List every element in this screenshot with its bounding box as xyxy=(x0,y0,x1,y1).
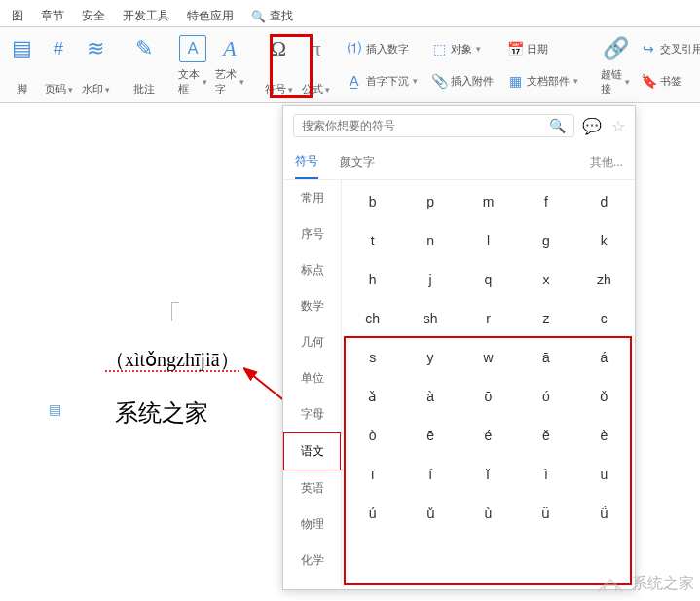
category-list: 常用序号标点数学几何单位字母语文英语物理化学 xyxy=(283,180,342,589)
symbol-cell[interactable]: á xyxy=(575,338,633,377)
chat-icon[interactable]: 💬 xyxy=(582,117,602,135)
symbol-cell[interactable]: ò xyxy=(344,416,401,455)
symbol-cell[interactable]: w xyxy=(460,338,517,377)
symbol-cell[interactable]: ǒ xyxy=(575,377,633,416)
symbol-cell[interactable]: è xyxy=(575,416,633,455)
dropcap-icon: A̲ xyxy=(347,73,362,89)
object-button[interactable]: ⬚对象▾ xyxy=(428,40,497,57)
popup-tab-symbol[interactable]: 符号 xyxy=(295,145,318,179)
symbol-cell[interactable]: k xyxy=(575,221,633,260)
symbol-cell[interactable]: é xyxy=(460,416,517,455)
star-icon[interactable]: ☆ xyxy=(611,117,625,135)
symbol-cell[interactable]: q xyxy=(460,260,517,299)
category-item[interactable]: 标点 xyxy=(283,252,341,288)
symbol-cell[interactable]: ch xyxy=(344,299,401,338)
bookmark-button[interactable]: 🔖书签 xyxy=(638,72,700,90)
page-thumb-icon[interactable]: ▤ xyxy=(49,401,61,417)
symbol-cell[interactable]: x xyxy=(517,260,574,299)
symbol-cell[interactable]: ó xyxy=(517,377,574,416)
popup-tab-other[interactable]: 其他... xyxy=(590,146,623,178)
tab-devtools[interactable]: 开发工具 xyxy=(123,8,169,24)
symbol-cell[interactable]: y xyxy=(401,338,459,377)
symbol-cell[interactable]: d xyxy=(575,182,633,221)
symbol-cell[interactable]: h xyxy=(344,260,401,299)
chevron-down-icon: ▾ xyxy=(105,85,110,94)
attachment-button[interactable]: 📎插入附件 xyxy=(428,72,497,90)
category-item[interactable]: 语文 xyxy=(283,432,341,470)
category-item[interactable]: 字母 xyxy=(283,396,341,432)
wordart-button[interactable]: A 艺术字▾ xyxy=(211,31,248,98)
category-item[interactable]: 英语 xyxy=(283,470,341,507)
symbol-cell[interactable]: g xyxy=(517,221,574,260)
ruler-marker xyxy=(171,302,179,321)
chevron-down-icon: ▾ xyxy=(203,77,207,87)
hyperlink-button[interactable]: 🔗 超链接▾ xyxy=(597,31,634,98)
category-item[interactable]: 物理 xyxy=(283,507,341,543)
symbol-cell[interactable]: ǖ xyxy=(517,494,574,533)
symbol-cell[interactable]: r xyxy=(460,299,517,338)
search-icon[interactable]: 🔍 xyxy=(549,118,566,133)
symbol-cell[interactable]: ì xyxy=(517,455,574,494)
symbol-cell[interactable]: ú xyxy=(344,494,401,533)
tab-security[interactable]: 安全 xyxy=(82,8,105,24)
popup-tab-emoji[interactable]: 颜文字 xyxy=(340,146,375,178)
comment-button[interactable]: ✎ 批注 xyxy=(126,31,163,98)
chevron-down-icon: ▾ xyxy=(476,44,481,54)
insert-number-button[interactable]: ⑴插入数字 xyxy=(344,40,421,57)
tab-section[interactable]: 章节 xyxy=(41,8,64,24)
watermark-button[interactable]: ≋ 水印▾ xyxy=(77,31,114,98)
symbol-cell[interactable]: í xyxy=(401,455,459,494)
symbol-cell[interactable]: à xyxy=(401,377,459,416)
symbol-cell[interactable]: l xyxy=(460,221,517,260)
symbol-cell[interactable]: t xyxy=(344,221,401,260)
category-item[interactable]: 序号 xyxy=(283,216,341,252)
tab-special[interactable]: 特色应用 xyxy=(187,8,234,24)
popup-search-input[interactable] xyxy=(302,119,549,132)
symbol-cell[interactable]: n xyxy=(401,221,459,260)
symbol-cell[interactable]: ǔ xyxy=(401,494,459,533)
symbol-cell[interactable]: ǎ xyxy=(344,377,401,416)
symbol-cell[interactable]: ō xyxy=(460,377,517,416)
crossref-button[interactable]: ↪交叉引用 xyxy=(638,40,700,57)
dropcap-button[interactable]: A̲首字下沉▾ xyxy=(344,72,421,90)
symbol-cell[interactable]: ā xyxy=(517,338,574,377)
date-button[interactable]: 📅日期 xyxy=(504,40,581,57)
symbol-cell[interactable]: z xyxy=(517,299,574,338)
category-item[interactable]: 单位 xyxy=(283,360,341,396)
footer-button[interactable]: ▤ 脚 xyxy=(3,31,40,98)
symbol-cell[interactable]: zh xyxy=(575,260,633,299)
symbol-cell[interactable]: j xyxy=(401,260,459,299)
symbol-cell[interactable]: m xyxy=(460,182,517,221)
symbol-popup: 🔍 💬 ☆ 符号 颜文字 其他... 常用序号标点数学几何单位字母语文英语物理化… xyxy=(282,105,636,590)
symbol-cell[interactable]: p xyxy=(401,182,459,221)
symbol-cell[interactable]: ǐ xyxy=(460,455,517,494)
object-icon: ⬚ xyxy=(431,41,447,56)
symbol-cell[interactable]: ù xyxy=(460,494,517,533)
category-item[interactable]: 几何 xyxy=(283,324,341,360)
symbol-cell[interactable]: ū xyxy=(575,455,633,494)
symbol-cell[interactable]: ē xyxy=(401,416,459,455)
pagenumber-button[interactable]: # 页码▾ xyxy=(40,31,77,98)
symbol-cell[interactable]: ě xyxy=(517,416,574,455)
symbol-cell[interactable]: ǘ xyxy=(575,494,633,533)
category-item[interactable]: 数学 xyxy=(283,288,341,324)
category-item[interactable]: 化学 xyxy=(283,543,341,579)
tab-search[interactable]: 🔍 查找 xyxy=(251,8,293,24)
tab-view[interactable]: 图 xyxy=(12,8,23,24)
symbol-cell[interactable]: c xyxy=(575,299,633,338)
category-item[interactable]: 常用 xyxy=(283,180,341,216)
doc-body-text: 系统之家 xyxy=(115,397,208,429)
hyperlink-icon: 🔗 xyxy=(602,35,629,62)
popup-search-box[interactable]: 🔍 xyxy=(293,114,574,137)
symbol-cell[interactable]: s xyxy=(344,338,401,377)
symbol-cell[interactable]: b xyxy=(344,182,401,221)
chevron-down-icon: ▾ xyxy=(239,77,244,87)
symbol-cell[interactable]: ī xyxy=(344,455,401,494)
equation-button[interactable]: π 公式▾ xyxy=(297,31,334,98)
symbol-cell[interactable]: sh xyxy=(401,299,459,338)
symbol-button[interactable]: Ω 符号▾ xyxy=(260,31,297,98)
symbol-cell[interactable]: f xyxy=(517,182,574,221)
docparts-button[interactable]: ▦文档部件▾ xyxy=(504,72,581,90)
textbox-button[interactable]: A 文本框▾ xyxy=(174,31,211,98)
ribbon: ▤ 脚 # 页码▾ ≋ 水印▾ ✎ 批注 A 文本框▾ A 艺术字▾ Ω xyxy=(0,27,700,103)
